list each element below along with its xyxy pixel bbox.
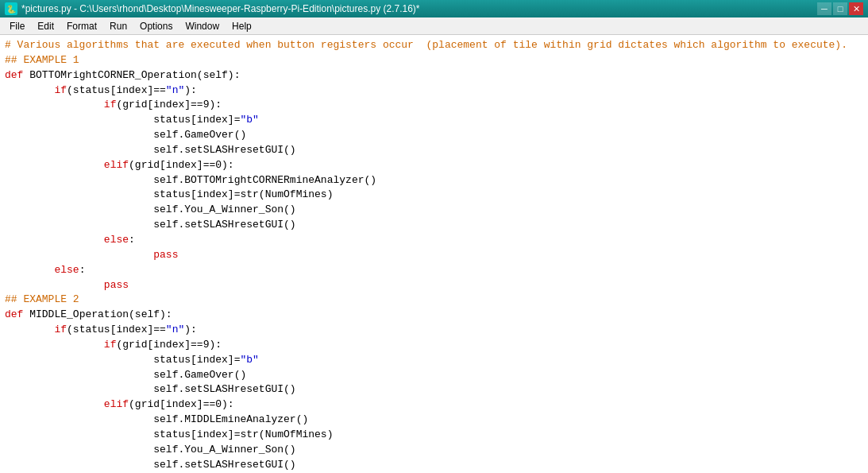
code-line-25: self.setSLASHresetGUI() <box>5 382 863 397</box>
code-line-8: self.setSLASHresetGUI() <box>5 143 863 158</box>
code-line-17: pass <box>5 278 863 293</box>
code-line-5: if(grid[index]==9): <box>5 98 863 113</box>
code-line-6: status[index]="b" <box>5 113 863 128</box>
code-line-16: else: <box>5 263 863 278</box>
menu-file[interactable]: File <box>3 19 31 33</box>
code-line-9: elif(grid[index]==0): <box>5 158 863 173</box>
code-line-2: ## EXAMPLE 1 <box>5 53 863 68</box>
menu-format[interactable]: Format <box>60 19 103 33</box>
code-line-4: if(status[index]=="n"): <box>5 83 863 99</box>
code-editor[interactable]: # Various algorithms that are executed w… <box>0 35 868 473</box>
code-line-26: elif(grid[index]==0): <box>5 397 863 413</box>
code-line-11: status[index]=str(NumOfMines) <box>5 188 863 203</box>
window-title: *pictures.py - C:\Users\rhond\Desktop\Mi… <box>21 3 817 14</box>
app-icon: 🐍 <box>5 2 17 15</box>
code-line-30: self.setSLASHresetGUI() <box>5 458 863 473</box>
titlebar: 🐍 *pictures.py - C:\Users\rhond\Desktop\… <box>0 0 868 17</box>
code-line-1: # Various algorithms that are executed w… <box>5 38 863 53</box>
menu-edit[interactable]: Edit <box>31 19 60 33</box>
code-line-3: def BOTTOMrightCORNER_Operation(self): <box>5 68 863 83</box>
window-controls[interactable]: ─ □ ✕ <box>817 2 863 15</box>
menubar: File Edit Format Run Options Window Help <box>0 17 868 35</box>
menu-options[interactable]: Options <box>133 19 179 33</box>
code-line-24: self.GameOver() <box>5 368 863 383</box>
code-line-14: else: <box>5 233 863 248</box>
code-line-28: status[index]=str(NumOfMines) <box>5 428 863 443</box>
code-line-29: self.You_A_Winner_Son() <box>5 443 863 458</box>
code-line-10: self.BOTTOMrightCORNERmineAnalyzer() <box>5 173 863 188</box>
code-line-19: ## EXAMPLE 2 <box>5 293 863 308</box>
close-button[interactable]: ✕ <box>849 2 863 15</box>
code-line-21: if(status[index]=="n"): <box>5 323 863 338</box>
code-line-7: self.GameOver() <box>5 128 863 143</box>
menu-window[interactable]: Window <box>179 19 226 33</box>
menu-run[interactable]: Run <box>103 19 133 33</box>
code-line-12: self.You_A_Winner_Son() <box>5 203 863 218</box>
code-line-20: def MIDDLE_Operation(self): <box>5 308 863 323</box>
code-line-27: self.MIDDLEmineAnalyzer() <box>5 413 863 428</box>
code-line-23: status[index]="b" <box>5 353 863 368</box>
menu-help[interactable]: Help <box>226 19 258 33</box>
code-line-13: self.setSLASHresetGUI() <box>5 218 863 233</box>
code-line-22: if(grid[index]==9): <box>5 338 863 353</box>
maximize-button[interactable]: □ <box>833 2 847 15</box>
code-line-15: pass <box>5 248 863 263</box>
minimize-button[interactable]: ─ <box>817 2 831 15</box>
